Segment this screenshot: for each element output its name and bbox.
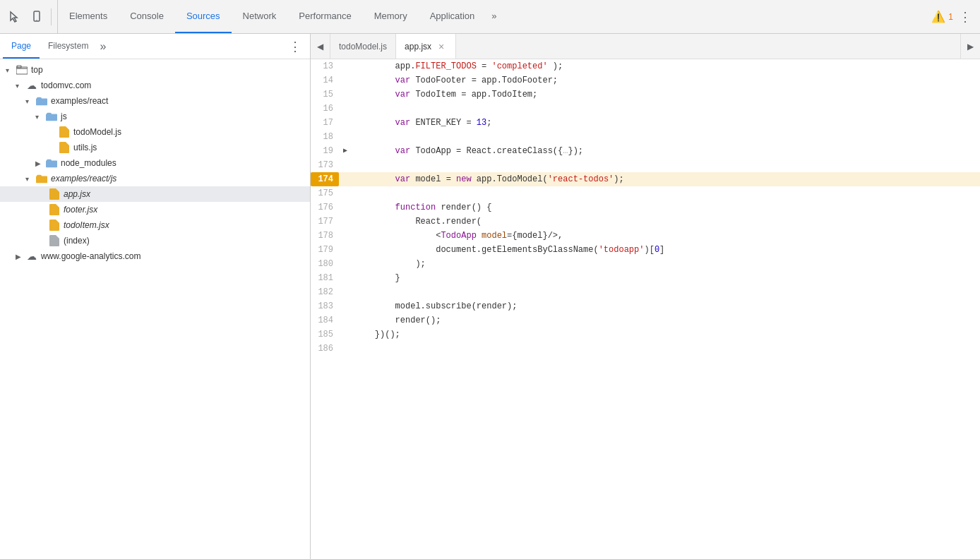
code-row-173: 173 xyxy=(311,158,980,172)
subtab-page[interactable]: Page xyxy=(3,34,40,59)
main-area: Page Filesystem » ⋮ ▾ top xyxy=(0,34,980,559)
editor-tab-app-jsx[interactable]: app.jsx × xyxy=(396,34,456,59)
code-content-173 xyxy=(352,158,980,172)
folder-icon-top xyxy=(16,64,28,76)
line-num-19: 19 xyxy=(311,144,339,158)
code-row-177: 177 React.render( xyxy=(311,215,980,229)
code-row-175: 175 xyxy=(311,186,980,200)
tree-arrow-top: ▾ xyxy=(6,66,16,74)
arrow-178 xyxy=(339,229,352,243)
tree-item-index[interactable]: (index) xyxy=(0,233,310,248)
tree-label-index: (index) xyxy=(64,236,90,246)
line-num-182: 182 xyxy=(311,285,339,299)
tab-more[interactable]: » xyxy=(486,0,502,33)
tree-item-examples-react-js[interactable]: ▾ examples/react/js xyxy=(0,171,310,186)
code-row-17: 17 var ENTER_KEY = 13; xyxy=(311,116,980,130)
code-content-15: var TodoItem = app.TodoItem; xyxy=(352,88,980,102)
code-content-178: <TodoApp model={model}/>, xyxy=(352,229,980,243)
arrow-174 xyxy=(339,172,352,186)
editor-tab-app-jsx-close[interactable]: × xyxy=(436,41,447,52)
arrow-180 xyxy=(339,257,352,271)
code-content-185: })(); xyxy=(352,327,980,342)
tree-label-app-jsx: app.jsx xyxy=(64,189,90,199)
tab-elements[interactable]: Elements xyxy=(58,0,119,33)
code-content-176: function render() { xyxy=(352,200,980,215)
code-row-176: 176 function render() { xyxy=(311,200,980,215)
subtab-options[interactable]: ⋮ xyxy=(283,39,307,54)
mobile-icon[interactable] xyxy=(28,8,45,25)
code-row-183: 183 model.subscribe(render); xyxy=(311,299,980,313)
arrow-186 xyxy=(339,342,352,356)
toolbar-devtools-icons xyxy=(0,0,58,33)
tree-label-examples-react-js: examples/react/js xyxy=(51,174,116,184)
code-content-174: var model = new app.TodoModel('react-tod… xyxy=(352,172,980,186)
line-num-185: 185 xyxy=(311,327,339,342)
code-row-174: 174 var model = new app.TodoModel('react… xyxy=(311,172,980,186)
tree-item-examples-react[interactable]: ▾ examples/react xyxy=(0,93,310,109)
tree-arrow-google-analytics: ▶ xyxy=(16,253,25,260)
code-row-184: 184 render(); xyxy=(311,313,980,327)
editor-tab-todomodel[interactable]: todoModel.js xyxy=(330,34,396,59)
arrow-15 xyxy=(339,88,352,102)
tree-label-todoitem-jsx: todoItem.jsx xyxy=(64,220,109,230)
line-num-173: 173 xyxy=(311,158,339,172)
tree-item-utils[interactable]: utils.js xyxy=(0,140,310,155)
editor-tabs-collapse-button[interactable]: ▶ xyxy=(960,34,980,59)
tab-console[interactable]: Console xyxy=(119,0,175,33)
line-num-175: 175 xyxy=(311,186,339,200)
more-options-icon[interactable]: ⋮ xyxy=(959,9,972,25)
file-icon-todoitem-jsx xyxy=(48,219,61,232)
tree-label-examples-react: examples/react xyxy=(51,96,108,106)
code-row-14: 14 var TodoFooter = app.TodoFooter; xyxy=(311,73,980,88)
editor-tabs: ◀ todoModel.js app.jsx × ▶ xyxy=(311,34,980,59)
tree-item-todomvc[interactable]: ▾ ☁ todomvc.com xyxy=(0,78,310,93)
warning-badge[interactable]: ⚠️ 1 xyxy=(931,10,953,23)
arrow-183 xyxy=(339,299,352,313)
code-content-18 xyxy=(352,130,980,144)
subtab-filesystem[interactable]: Filesystem xyxy=(40,34,97,59)
tab-application[interactable]: Application xyxy=(419,0,486,33)
tree-label-google-analytics: www.google-analytics.com xyxy=(41,251,141,261)
arrow-13 xyxy=(339,59,352,73)
line-num-180: 180 xyxy=(311,257,339,271)
editor-tab-prev-button[interactable]: ◀ xyxy=(311,34,330,59)
tree-label-todomvc: todomvc.com xyxy=(41,80,91,90)
arrow-184 xyxy=(339,313,352,327)
code-content-175 xyxy=(352,186,980,200)
editor-tab-todomodel-label: todoModel.js xyxy=(339,42,387,52)
code-content-179: document.getElementsByClassName('todoapp… xyxy=(352,243,980,257)
tree-item-google-analytics[interactable]: ▶ ☁ www.google-analytics.com xyxy=(0,248,310,264)
code-content-19: var TodoApp = React.createClass({…}); xyxy=(352,144,980,158)
tab-network[interactable]: Network xyxy=(232,0,288,33)
code-row-13: 13 app.FILTER_TODOS = 'completed' ); xyxy=(311,59,980,73)
line-num-174: 174 xyxy=(311,172,339,186)
code-content-16 xyxy=(352,102,980,116)
tree-item-top[interactable]: ▾ top xyxy=(0,62,310,78)
code-content-13: app.FILTER_TODOS = 'completed' ); xyxy=(352,59,980,73)
file-tree: ▾ top ▾ ☁ todomvc.com ▾ xyxy=(0,59,310,559)
code-content-186 xyxy=(352,342,980,356)
tree-item-js[interactable]: ▾ js xyxy=(0,109,310,124)
line-num-184: 184 xyxy=(311,313,339,327)
tab-memory[interactable]: Memory xyxy=(363,0,419,33)
code-content-14: var TodoFooter = app.TodoFooter; xyxy=(352,73,980,88)
code-content-181: } xyxy=(352,271,980,285)
code-row-179: 179 document.getElementsByClassName('tod… xyxy=(311,243,980,257)
tab-sources[interactable]: Sources xyxy=(175,0,232,33)
cursor-icon[interactable] xyxy=(6,8,23,25)
tree-arrow-examples-react-js: ▾ xyxy=(25,175,35,183)
code-content-17: var ENTER_KEY = 13; xyxy=(352,116,980,130)
code-row-180: 180 ); xyxy=(311,257,980,271)
code-row-18: 18 xyxy=(311,130,980,144)
tree-item-footer-jsx[interactable]: footer.jsx xyxy=(0,202,310,217)
tree-item-app-jsx[interactable]: app.jsx xyxy=(0,186,310,202)
tab-performance[interactable]: Performance xyxy=(287,0,362,33)
tree-item-todoitem-jsx[interactable]: todoItem.jsx xyxy=(0,217,310,233)
tree-label-js: js xyxy=(61,112,67,121)
tree-item-todomodel[interactable]: todoModel.js xyxy=(0,124,310,140)
subtab-more[interactable]: » xyxy=(100,40,106,53)
arrow-19[interactable]: ▶ xyxy=(339,144,352,158)
line-num-14: 14 xyxy=(311,73,339,88)
arrow-185 xyxy=(339,327,352,342)
tree-item-node-modules[interactable]: ▶ node_modules xyxy=(0,155,310,171)
